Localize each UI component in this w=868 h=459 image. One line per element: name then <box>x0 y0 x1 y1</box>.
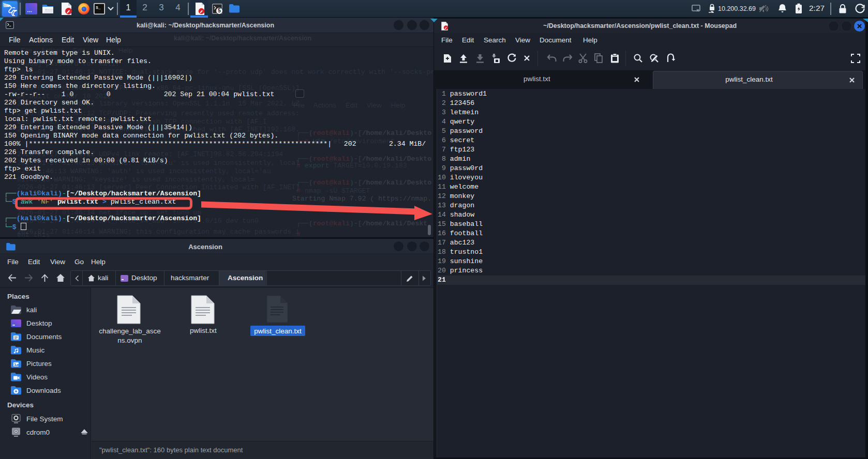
svg-text:$_: $_ <box>96 5 101 10</box>
